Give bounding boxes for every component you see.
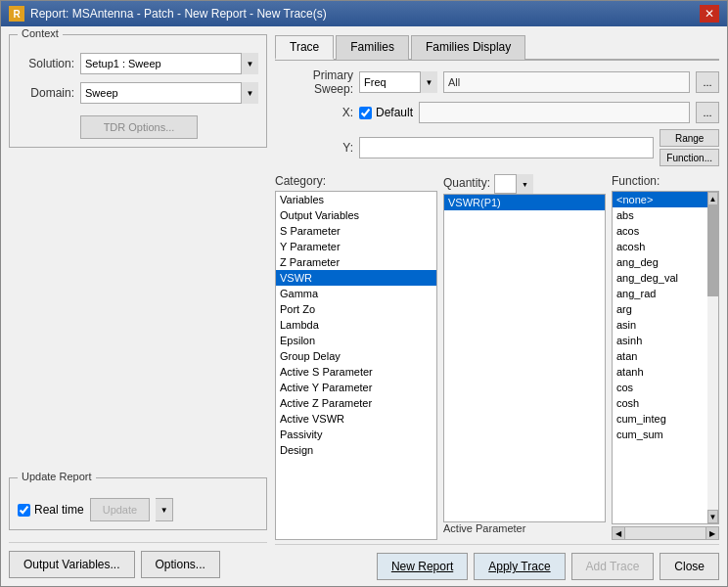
function-list-item[interactable]: cos [613, 380, 707, 395]
primary-sweep-dots-button[interactable]: ... [696, 71, 719, 93]
tdr-options-button[interactable]: TDR Options... [80, 115, 198, 139]
close-icon[interactable]: ✕ [700, 5, 719, 23]
function-list-item[interactable]: <none> [613, 192, 707, 207]
update-report-label: Update Report [18, 471, 96, 482]
tab-families-display[interactable]: Families Display [411, 35, 525, 60]
function-listbox[interactable]: <none>absacosacoshang_degang_deg_valang_… [612, 191, 707, 524]
function-list-item[interactable]: ang_deg [613, 254, 707, 270]
solution-select-wrapper: Setup1 : Sweep ▼ [80, 53, 258, 74]
app-icon: R [9, 6, 24, 22]
function-list-item[interactable]: cum_integ [613, 411, 707, 427]
realtime-label: Real time [34, 503, 84, 517]
domain-select-wrapper: Sweep ▼ [80, 82, 258, 104]
h-scroll-right-button[interactable]: ▶ [705, 526, 719, 540]
apply-trace-button[interactable]: Apply Trace [474, 553, 565, 580]
category-list-item[interactable]: Port Zo [276, 301, 436, 317]
category-list-item[interactable]: Group Delay [276, 348, 436, 364]
add-trace-button[interactable]: Add Trace [571, 553, 655, 580]
function-list-item[interactable]: atan [613, 348, 707, 364]
range-button[interactable]: Range [660, 129, 719, 147]
category-list-item[interactable]: Active S Parameter [276, 364, 436, 380]
tab-families[interactable]: Families [336, 35, 409, 60]
add-trace-label: Add Trace [586, 560, 640, 573]
primary-sweep-select[interactable]: Freq [359, 71, 437, 93]
category-list-item[interactable]: Active Y Parameter [276, 380, 436, 395]
function-h-scroll: ◀ ▶ [612, 526, 719, 540]
y-value-input[interactable]: VSWR(P1) [359, 137, 654, 158]
function-list-item[interactable]: ang_deg_val [613, 270, 707, 286]
category-listbox[interactable]: VariablesOutput VariablesS ParameterY Pa… [275, 191, 437, 540]
quantity-select-wrapper: ▼ [494, 174, 533, 194]
realtime-checkbox[interactable] [18, 504, 30, 517]
x-default-area: Default [359, 106, 413, 119]
x-default-checkbox[interactable] [359, 107, 372, 119]
category-list-item[interactable]: Lambda [276, 317, 436, 333]
main-window: R Report: MSAntenna - Patch - New Report… [0, 0, 728, 587]
update-button[interactable]: Update [90, 498, 150, 521]
category-list-item[interactable]: VSWR [276, 270, 436, 286]
tab-trace[interactable]: Trace [275, 35, 334, 60]
right-panel: Trace Families Families Display Primary … [275, 26, 727, 586]
function-list-item[interactable]: acos [613, 223, 707, 239]
function-scrollbar: ▲ ▼ [707, 191, 719, 524]
function-col: Function: <none>absacosacoshang_degang_d… [612, 174, 719, 540]
category-list-item[interactable]: Design [276, 442, 436, 458]
close-button[interactable]: Close [660, 553, 719, 580]
quantity-listbox[interactable]: VSWR(P1) [443, 194, 606, 522]
new-report-label: New Report [391, 560, 453, 573]
function-scroll-down[interactable]: ▼ [707, 510, 718, 523]
category-list-item[interactable]: Y Parameter [276, 239, 436, 254]
category-header: Category: [275, 174, 437, 188]
function-list-item[interactable]: arg [613, 301, 707, 317]
category-list-item[interactable]: Variables [276, 192, 436, 207]
function-scroll-up[interactable]: ▲ [707, 192, 718, 205]
function-list-item[interactable]: ang_rad [613, 286, 707, 301]
x-default-label: Default [376, 106, 413, 119]
context-group: Context Solution: Setup1 : Sweep ▼ Domai… [9, 34, 267, 148]
realtime-checkbox-label[interactable]: Real time [18, 503, 84, 517]
quantity-select[interactable] [494, 174, 533, 194]
function-list-container: <none>absacosacoshang_degang_deg_valang_… [612, 191, 719, 524]
quantity-header: Quantity: [443, 176, 490, 190]
quantity-list-item[interactable]: VSWR(P1) [444, 195, 605, 210]
options-button[interactable]: Options... [141, 551, 220, 578]
function-list-item[interactable]: atanh [613, 364, 707, 380]
category-list-item[interactable]: Active VSWR [276, 411, 436, 427]
close-label: Close [674, 560, 705, 573]
active-parameter-row: Active Parameter [443, 522, 606, 534]
output-variables-button[interactable]: Output Variables... [9, 551, 135, 578]
category-list-item[interactable]: Gamma [276, 286, 436, 301]
category-list-item[interactable]: Passivity [276, 427, 436, 442]
y-row: Y: VSWR(P1) Range Function... [275, 129, 719, 166]
function-button[interactable]: Function... [660, 149, 719, 166]
function-list-item[interactable]: asinh [613, 333, 707, 348]
x-freq-input[interactable]: Freq [419, 102, 690, 123]
h-scroll-left-button[interactable]: ◀ [612, 526, 625, 540]
domain-select[interactable]: Sweep [80, 82, 258, 104]
category-list-item[interactable]: S Parameter [276, 223, 436, 239]
x-row: X: Default Freq ... [275, 102, 719, 123]
lists-area: Category: VariablesOutput VariablesS Par… [275, 174, 719, 540]
primary-sweep-row: Primary Sweep: Freq ▼ ... [275, 68, 719, 96]
new-report-button[interactable]: New Report [377, 553, 468, 580]
solution-select[interactable]: Setup1 : Sweep [80, 53, 258, 74]
category-list-item[interactable]: Epsilon [276, 333, 436, 348]
update-dropdown-button[interactable]: ▼ [156, 498, 173, 521]
window-title: Report: MSAntenna - Patch - New Report -… [30, 7, 327, 21]
function-list-item[interactable]: acosh [613, 239, 707, 254]
function-list-item[interactable]: asin [613, 317, 707, 333]
x-dots-button[interactable]: ... [696, 102, 719, 123]
function-list-item[interactable]: cum_sum [613, 427, 707, 442]
solution-row: Solution: Setup1 : Sweep ▼ [18, 53, 258, 74]
content-area: Context Solution: Setup1 : Sweep ▼ Domai… [1, 26, 727, 586]
tab-bar: Trace Families Families Display [275, 34, 719, 61]
primary-sweep-all-input[interactable] [443, 71, 690, 93]
category-list-item[interactable]: Output Variables [276, 207, 436, 223]
function-scroll-thumb[interactable] [707, 205, 718, 296]
category-list-item[interactable]: Active Z Parameter [276, 395, 436, 411]
function-list-item[interactable]: cosh [613, 395, 707, 411]
bottom-left-buttons: Output Variables... Options... [9, 551, 220, 578]
category-list-item[interactable]: Z Parameter [276, 254, 436, 270]
function-list-item[interactable]: abs [613, 207, 707, 223]
domain-label: Domain: [18, 86, 74, 100]
